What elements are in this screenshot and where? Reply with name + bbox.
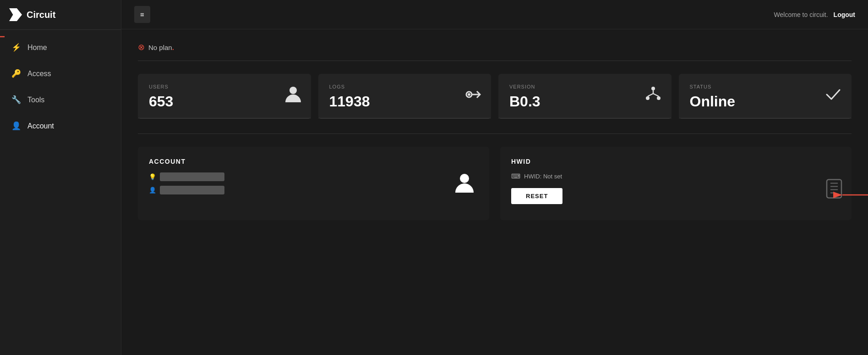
stat-card-logs: LOGS 11938 [318, 74, 491, 119]
sidebar-item-access[interactable]: 🔑 Access [0, 61, 121, 87]
stat-label-status: STATUS [690, 84, 841, 89]
account-info: 💡 ██████████████ 👤 ██████████████ [149, 172, 478, 199]
keyboard-icon: ⌨ [511, 172, 520, 180]
svg-point-10 [460, 174, 469, 183]
svg-point-4 [651, 87, 655, 90]
sidebar-nav: ⚡ Home 🔑 Access 🔧 Tools 👤 Account [0, 30, 121, 144]
hwid-info: ⌨ HWID: Not set [511, 172, 841, 180]
logs-stat-icon [464, 86, 481, 106]
svg-point-5 [646, 96, 650, 100]
access-icon: 🔑 [11, 69, 21, 78]
sidebar: Circuit ⚡ Home 🔑 Access 🔧 Tools 👤 Accoun… [0, 0, 121, 355]
no-plan-icon: ⊗ [138, 42, 145, 52]
account-details: 💡 ██████████████ 👤 ██████████████ [149, 172, 478, 199]
circuit-logo-icon [9, 8, 22, 21]
stat-value-logs: 11938 [329, 93, 480, 110]
no-plan-text: No plan. [148, 44, 174, 51]
svg-rect-12 [827, 179, 841, 198]
hwid-label: HWID: Not set [524, 173, 562, 180]
account-avatar [455, 172, 474, 198]
logout-button[interactable]: Logout [834, 11, 855, 18]
hamburger-icon: ≡ [140, 11, 144, 18]
svg-point-0 [289, 87, 297, 94]
bulb-icon: 💡 [149, 173, 156, 180]
lower-grid: ACCOUNT 💡 ██████████████ 👤 █████████████… [138, 133, 852, 220]
account-row-2: 👤 ██████████████ [149, 186, 478, 194]
stat-label-users: USERS [149, 84, 300, 89]
stat-card-version: VERSION B0.3 [498, 74, 671, 119]
stats-grid: USERS 653 LOGS 11938 [138, 74, 852, 119]
sidebar-item-access-label: Access [27, 70, 51, 78]
stat-value-status: Online [690, 93, 841, 110]
person-icon: 👤 [149, 187, 156, 194]
account-row-1: 💡 ██████████████ [149, 172, 478, 181]
sidebar-item-account-label: Account [27, 122, 54, 130]
svg-point-6 [657, 96, 661, 100]
account-blurred-1: ██████████████ [160, 172, 224, 181]
stat-label-version: VERSION [509, 84, 661, 89]
account-card: ACCOUNT 💡 ██████████████ 👤 █████████████… [138, 147, 489, 220]
header-left: ≡ [134, 6, 150, 23]
page-content: ⊗ No plan. USERS 653 LOGS 119 [121, 29, 868, 355]
stat-card-status: STATUS Online [679, 74, 852, 119]
header: ≡ Welcome to circuit. Logout [121, 0, 868, 29]
reset-button[interactable]: RESET [511, 188, 562, 204]
welcome-text: Welcome to circuit. [774, 11, 828, 18]
device-icon [826, 178, 842, 203]
sidebar-item-tools-label: Tools [27, 96, 44, 104]
sidebar-item-tools[interactable]: 🔧 Tools [0, 87, 121, 113]
home-icon: ⚡ [11, 43, 21, 52]
account-icon: 👤 [11, 121, 21, 131]
stat-value-users: 653 [149, 93, 300, 110]
hwid-card: HWID ⌨ HWID: Not set RESET [500, 147, 852, 220]
hwid-card-title: HWID [511, 158, 841, 165]
no-plan-banner: ⊗ No plan. [138, 42, 852, 61]
status-stat-icon [825, 86, 841, 106]
svg-line-9 [653, 94, 659, 96]
sidebar-logo: Circuit [0, 0, 121, 30]
header-right: Welcome to circuit. Logout [774, 11, 855, 18]
svg-point-2 [468, 93, 470, 96]
account-blurred-2: ██████████████ [160, 186, 224, 194]
stat-value-version: B0.3 [509, 93, 661, 110]
app-name: Circuit [27, 10, 55, 20]
stat-card-users: USERS 653 [138, 74, 311, 119]
account-card-title: ACCOUNT [149, 158, 478, 165]
users-stat-icon [285, 86, 301, 107]
sidebar-item-home[interactable]: ⚡ Home [0, 34, 121, 61]
main-content: ≡ Welcome to circuit. Logout ⊗ No plan. … [121, 0, 868, 355]
menu-button[interactable]: ≡ [134, 6, 150, 23]
stat-label-logs: LOGS [329, 84, 480, 89]
svg-line-8 [648, 94, 653, 96]
sidebar-item-home-label: Home [27, 44, 47, 52]
tools-icon: 🔧 [11, 95, 21, 105]
sidebar-item-account[interactable]: 👤 Account [0, 113, 121, 139]
version-stat-icon [645, 86, 661, 106]
